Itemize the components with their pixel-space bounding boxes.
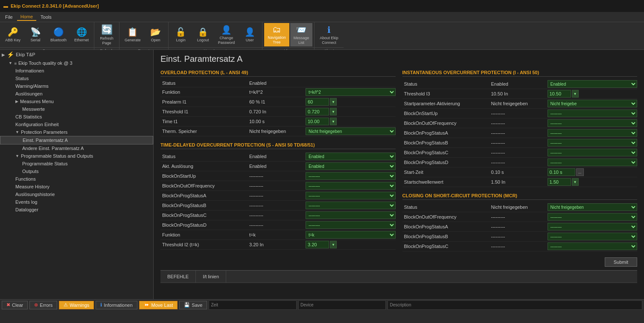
logout-icon: 🔒 — [198, 27, 208, 37]
closing-blockonprogstatusb-select[interactable]: -------- — [548, 233, 638, 240]
threshold-i2-arrow[interactable]: ▼ — [330, 241, 337, 248]
errors-button[interactable]: ⊗ Errors — [29, 301, 57, 309]
sidebar-item-outputs[interactable]: Outputs — [0, 167, 153, 175]
td-blockonstartup-select[interactable]: -------- — [306, 172, 396, 180]
errors-icon: ⊗ — [34, 302, 38, 308]
informationen-button[interactable]: ℹ Informationen — [96, 301, 137, 309]
akt-auslösung-select[interactable]: Enabled — [306, 162, 396, 170]
threshold-i1-arrow[interactable]: ▼ — [330, 108, 337, 115]
td-blockonoutoffreq-select[interactable]: -------- — [306, 182, 396, 190]
user-button[interactable]: 👤 User — [239, 23, 260, 46]
td-funktion-select[interactable]: t=k — [306, 231, 396, 239]
serial-button[interactable]: 📡 Serial — [25, 23, 46, 46]
sidebar-item-functions[interactable]: Functions — [0, 175, 153, 183]
ekip-icon: ⚡ — [7, 51, 14, 58]
open-button[interactable]: 📂 Open — [145, 23, 166, 46]
clear-button[interactable]: ✖ Clear — [2, 301, 28, 309]
overload-prealarm-row: Prealarm I1 60 % I1 ▼ — [160, 97, 396, 107]
closing-blockonprogstatusc-select[interactable]: -------- — [548, 242, 638, 250]
threshold-i3-input[interactable] — [548, 90, 571, 98]
sidebar-item-messwerte[interactable]: Messwerte — [0, 105, 153, 113]
ethernet-button[interactable]: 🌐 Ethernet — [71, 23, 92, 46]
about-button[interactable]: ℹ About EkipConnect — [316, 23, 342, 46]
sidebar-item-protection-params[interactable]: ▼ Protection Parameters — [0, 128, 153, 136]
prealarm-arrow[interactable]: ▼ — [330, 98, 337, 106]
sidebar-item-status[interactable]: Status — [0, 75, 153, 82]
inst-blockonprogstatusc-select[interactable]: -------- — [548, 149, 638, 156]
change-password-button[interactable]: 👤 ChangePassword — [215, 23, 239, 46]
prealarm-input[interactable] — [306, 98, 329, 106]
nav-tree-button[interactable]: 🗂 NavigationTree — [264, 23, 289, 46]
sidebar-item-measures-menu[interactable]: ▶ Measures Menu — [0, 98, 153, 105]
time-t1-input[interactable] — [306, 118, 329, 125]
sidebar-item-warnings[interactable]: Warning/Alarms — [0, 82, 153, 90]
closing-blockonprogstatusa-select[interactable]: -------- — [548, 223, 638, 231]
menu-bar: File Home Tools — [0, 12, 644, 22]
start-zeit-input[interactable] — [548, 168, 575, 176]
start-zeit-ellipsis[interactable]: ... — [576, 168, 584, 176]
menu-file[interactable]: File — [2, 14, 16, 20]
toolbar-section-user-account: 🔓 Login 🔒 Logout 👤 ChangePassword 👤 User… — [169, 22, 263, 49]
about-icon: ℹ — [327, 25, 331, 35]
startschwellenwert-arrow[interactable]: ▼ — [572, 178, 579, 186]
sidebar-item-datalogger[interactable]: Datalogger — [0, 206, 153, 213]
sidebar-item-auslösungen[interactable]: Auslösungen — [0, 90, 153, 98]
warnings-label: Warnings — [70, 303, 89, 308]
sidebar-item-prog-status-outputs[interactable]: ▼ Programmable Status and Outputs — [0, 152, 153, 160]
sidebar-item-andere-einst[interactable]: Andere Einst. Paramtersatz A — [0, 144, 153, 152]
collapse-icon[interactable]: ▶ — [2, 52, 5, 57]
move-last-button[interactable]: ⏩ Move Last — [139, 301, 178, 309]
sidebar-item-prog-status[interactable]: Programmable Status — [0, 160, 153, 167]
time-delayed-section: TIME-DELAYED OVERCURRENT PROTECTION (S -… — [160, 142, 396, 250]
status-col-device: Device — [298, 300, 386, 310]
time-t1-arrow[interactable]: ▼ — [330, 118, 337, 125]
closing-blockonoutoffreq-select[interactable]: -------- — [548, 213, 638, 221]
sidebar-item-measure-history[interactable]: Measure History — [0, 183, 153, 190]
inst-blockonprogstatusd-select[interactable]: -------- — [548, 159, 638, 166]
sidebar-item-einst-a[interactable]: Einst. Paramtersatz A — [0, 136, 153, 144]
threshold-i3-arrow[interactable]: ▼ — [572, 90, 579, 98]
inst-status-select[interactable]: Enabled — [548, 80, 638, 88]
threshold-i1-input[interactable] — [306, 108, 329, 115]
sidebar-item-konfiguration[interactable]: Konfiguration Einheit — [0, 121, 153, 128]
generate-button[interactable]: 📋 Generate — [121, 23, 144, 46]
sidebar-item-informationen[interactable]: Informationen — [0, 67, 153, 75]
save-icon: 💾 — [184, 302, 190, 308]
tree-device[interactable]: ▼ ■ Ekip Touch quality ok @ 3 — [0, 59, 153, 67]
login-button[interactable]: 🔓 Login — [170, 23, 192, 46]
bluetooth-button[interactable]: 🔵 Bluetooth — [47, 23, 70, 46]
device-label[interactable]: Ekip Touch quality ok @ 3 — [18, 61, 73, 66]
warnings-button[interactable]: ⚠ Warnings — [59, 301, 94, 309]
inst-blockonstartup-select[interactable]: -------- — [548, 110, 638, 117]
toolbar-section-report: 📋 Generate 📂 Open Report — [119, 22, 169, 49]
closing-status-select[interactable]: Nicht freigegeben — [548, 203, 638, 211]
inst-blockonprogstatusa-select[interactable]: -------- — [548, 129, 638, 137]
td-blockonprogstatusc-select[interactable]: -------- — [306, 211, 396, 219]
menu-home[interactable]: Home — [17, 13, 36, 21]
inst-blockonprogstatusb-select[interactable]: -------- — [548, 139, 638, 147]
logout-button[interactable]: 🔒 Logout — [192, 23, 214, 46]
abb-key-button[interactable]: 🔑 ABB Key — [2, 23, 24, 46]
funktion-select[interactable]: t=k/l^2 — [306, 88, 396, 96]
sidebar-item-auslösungshistorie[interactable]: Auslösungshistorie — [0, 190, 153, 198]
startschwellenwert-input[interactable] — [548, 178, 571, 186]
inst-blockonoutoffreq-select[interactable]: -------- — [548, 119, 638, 127]
startparam-select[interactable]: Nicht freigebe — [548, 100, 638, 107]
therm-select[interactable]: Nicht freigegeben — [306, 127, 396, 135]
td-blockonprogstatusa-select[interactable]: -------- — [306, 192, 396, 199]
sidebar-item-cb-statistics[interactable]: CB Statistics — [0, 113, 153, 121]
td-blockonprogstatusb-select[interactable]: -------- — [306, 202, 396, 209]
tab-befehle[interactable]: BEFEHLE — [160, 271, 196, 283]
tree-root-label[interactable]: Ekip T&P — [16, 52, 35, 57]
refresh-button[interactable]: 🔄 RefreshPage — [96, 23, 117, 46]
menu-tools[interactable]: Tools — [37, 14, 55, 20]
overload-therm-row: Therm. Speicher Nicht freigegeben Nicht … — [160, 127, 396, 136]
tab-it-linien[interactable]: I/t linien — [196, 271, 226, 283]
sidebar-item-events-log[interactable]: Events log — [0, 198, 153, 206]
td-blockonprogstatusd-select[interactable]: -------- — [306, 221, 396, 229]
threshold-i2-input[interactable] — [306, 241, 329, 248]
td-status-select[interactable]: Enabled — [306, 153, 396, 160]
save-button[interactable]: 💾 Save — [179, 301, 207, 309]
submit-button[interactable]: Submit — [605, 257, 637, 267]
message-list-button[interactable]: 📨 MessageList — [290, 23, 313, 46]
